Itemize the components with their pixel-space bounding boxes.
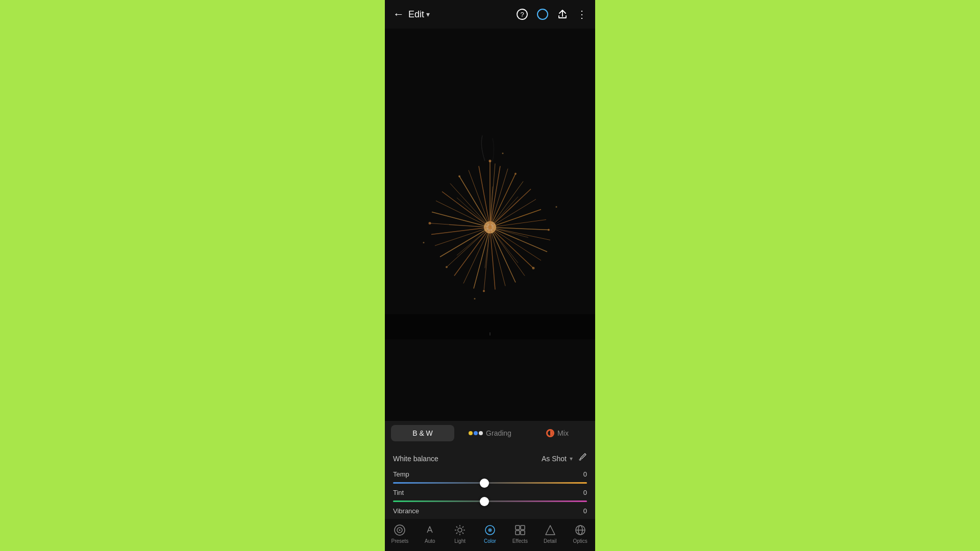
- svg-text:?: ?: [520, 11, 524, 18]
- app-container: ← Edit ▾ ? ⋮: [385, 0, 595, 551]
- svg-point-52: [483, 290, 485, 292]
- svg-marker-81: [546, 525, 555, 535]
- nav-effects-label: Effects: [512, 538, 528, 544]
- top-bar-right: ? ⋮: [517, 8, 587, 20]
- grading-dot-white: [479, 431, 483, 435]
- detail-icon: [544, 524, 556, 536]
- svg-point-51: [532, 267, 535, 269]
- nav-presets-label: Presets: [391, 538, 408, 544]
- nav-item-optics[interactable]: Optics: [565, 522, 595, 546]
- nav-item-light[interactable]: Light: [445, 522, 475, 546]
- tint-slider-track: [393, 500, 587, 502]
- svg-point-76: [488, 529, 492, 532]
- nav-item-presets[interactable]: Presets: [385, 522, 415, 546]
- auto-icon: [424, 524, 436, 536]
- help-button[interactable]: ?: [517, 9, 528, 20]
- tab-bw[interactable]: B & W: [391, 425, 454, 441]
- nav-item-color[interactable]: Color: [475, 522, 505, 546]
- svg-point-53: [446, 266, 448, 268]
- svg-line-73: [462, 533, 463, 534]
- presets-icon: [394, 524, 406, 536]
- svg-point-65: [399, 530, 401, 531]
- sub-tabs: B & W Grading Mix: [385, 421, 595, 445]
- grading-icon: [469, 431, 483, 435]
- tint-slider-header: Tint 0: [393, 489, 587, 496]
- svg-rect-78: [521, 525, 525, 530]
- tab-mix-label: Mix: [557, 429, 569, 437]
- nav-auto-label: Auto: [425, 538, 435, 544]
- grading-dot-yellow: [469, 431, 473, 435]
- tab-grading-label: Grading: [486, 429, 511, 437]
- photo-area: [385, 29, 595, 421]
- vibrance-value: 0: [583, 507, 587, 515]
- temp-slider-track: [393, 482, 587, 484]
- temp-slider-container: [393, 482, 587, 484]
- top-bar: ← Edit ▾ ? ⋮: [385, 0, 595, 29]
- sync-button[interactable]: [537, 9, 548, 20]
- tab-grading[interactable]: Grading: [458, 425, 522, 441]
- white-balance-label: White balance: [393, 455, 438, 463]
- back-button[interactable]: ←: [393, 8, 404, 21]
- top-bar-left: ← Edit ▾: [393, 8, 430, 21]
- svg-point-58: [556, 206, 557, 208]
- temp-label: Temp: [393, 470, 409, 478]
- wb-chevron: ▾: [570, 455, 573, 462]
- white-balance-controls: As Shot ▾: [542, 453, 587, 464]
- more-button[interactable]: ⋮: [577, 8, 587, 20]
- svg-point-54: [429, 222, 431, 224]
- svg-rect-80: [521, 531, 525, 535]
- bottom-nav: Presets Auto Light: [385, 519, 595, 551]
- vibrance-row: Vibrance 0: [393, 507, 587, 515]
- tint-slider-thumb[interactable]: [480, 497, 489, 506]
- optics-icon: [574, 524, 586, 536]
- svg-line-74: [462, 527, 463, 528]
- share-button[interactable]: [557, 9, 568, 19]
- edit-title[interactable]: Edit ▾: [408, 9, 430, 20]
- nav-optics-label: Optics: [573, 538, 587, 544]
- nav-color-label: Color: [484, 538, 496, 544]
- tint-slider-container: [393, 500, 587, 502]
- svg-point-67: [458, 528, 462, 532]
- nav-item-detail[interactable]: Detail: [535, 522, 565, 546]
- temp-slider-thumb[interactable]: [480, 479, 489, 488]
- white-balance-value[interactable]: As Shot ▾: [542, 455, 573, 463]
- svg-rect-77: [516, 525, 520, 530]
- fireworks-image: [385, 29, 595, 421]
- svg-point-57: [474, 298, 476, 299]
- tint-value: 0: [583, 489, 587, 496]
- nav-item-effects[interactable]: Effects: [505, 522, 535, 546]
- nav-item-auto[interactable]: Auto: [415, 522, 445, 546]
- wb-value-text: As Shot: [542, 455, 567, 463]
- edit-chevron: ▾: [426, 10, 430, 18]
- svg-point-55: [458, 176, 460, 178]
- tint-slider-row: Tint 0: [393, 489, 587, 502]
- temp-value: 0: [583, 470, 587, 478]
- effects-icon: [514, 524, 526, 536]
- svg-point-56: [502, 153, 504, 154]
- mix-icon: [546, 429, 554, 437]
- white-balance-row: White balance As Shot ▾: [393, 453, 587, 464]
- tab-bw-label: B & W: [412, 429, 433, 437]
- tab-mix[interactable]: Mix: [526, 425, 589, 441]
- nav-light-label: Light: [454, 538, 465, 544]
- svg-point-62: [579, 459, 581, 461]
- nav-detail-label: Detail: [544, 538, 557, 544]
- vibrance-label-text: Vibrance: [393, 507, 419, 515]
- svg-rect-79: [516, 531, 520, 535]
- edit-label: Edit: [408, 9, 424, 20]
- sync-icon: [537, 9, 548, 20]
- color-icon: [484, 524, 496, 536]
- svg-point-50: [548, 229, 550, 231]
- svg-point-49: [514, 173, 517, 175]
- svg-line-72: [456, 527, 457, 528]
- grading-dot-blue: [474, 431, 478, 435]
- svg-rect-60: [385, 314, 595, 340]
- svg-line-75: [456, 533, 457, 534]
- eyedropper-button[interactable]: [578, 453, 587, 464]
- tint-label: Tint: [393, 489, 404, 496]
- temp-slider-row: Temp 0: [393, 470, 587, 484]
- temp-slider-header: Temp 0: [393, 470, 587, 478]
- svg-point-48: [489, 160, 492, 162]
- sliders-area: White balance As Shot ▾ Temp 0: [385, 445, 595, 519]
- light-icon: [454, 524, 466, 536]
